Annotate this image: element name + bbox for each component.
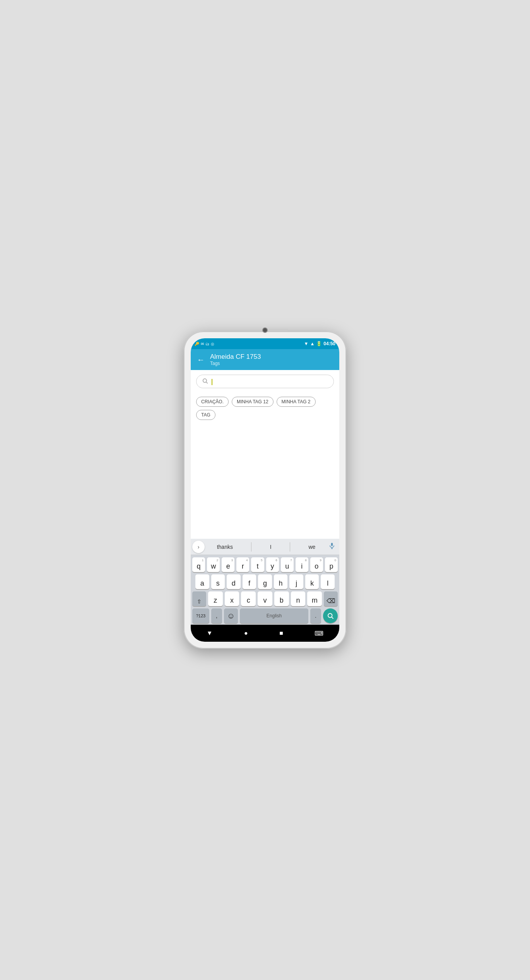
tag-chip-minha-tag-2[interactable]: MINHA TAG 2	[277, 397, 316, 407]
nav-back-button[interactable]: ▼	[199, 627, 221, 640]
key-r[interactable]: 4r	[236, 557, 249, 572]
emoji-key[interactable]: ☺	[224, 608, 238, 623]
nav-recents-button[interactable]: ■	[272, 627, 291, 640]
key-t[interactable]: 5t	[251, 557, 264, 572]
key-b[interactable]: b	[274, 591, 289, 606]
key-c[interactable]: c	[241, 591, 256, 606]
key-p[interactable]: 0p	[325, 557, 338, 572]
mic-button[interactable]	[326, 542, 338, 551]
battery-icon: 🔋	[316, 341, 322, 346]
key-a[interactable]: a	[195, 574, 209, 589]
suggestion-i[interactable]: I	[267, 542, 275, 552]
signal-icon: ▲	[310, 341, 315, 346]
key-w[interactable]: 2w	[207, 557, 220, 572]
nav-keyboard-button[interactable]: ⌨	[307, 627, 331, 640]
numbers-key[interactable]: ?123	[192, 608, 209, 623]
key-e[interactable]: 3e	[222, 557, 234, 572]
main-content: CRIAÇÃO. MINHA TAG 12 MINHA TAG 2 TAG	[191, 370, 339, 539]
key-i[interactable]: 8i	[296, 557, 308, 572]
app-bar-title: Almeida CF 1753	[210, 353, 261, 361]
svg-point-0	[203, 379, 207, 382]
svg-point-5	[328, 613, 332, 618]
suggestion-expand-button[interactable]: ›	[192, 541, 205, 553]
back-button[interactable]: ←	[197, 355, 205, 364]
tag-chip-tag[interactable]: TAG	[196, 410, 215, 420]
backspace-key[interactable]: ⌫	[324, 591, 338, 606]
key-u[interactable]: 7u	[281, 557, 294, 572]
wifi-icon: ▼	[304, 341, 309, 346]
tags-area: CRIAÇÃO. MINHA TAG 12 MINHA TAG 2 TAG	[191, 391, 339, 539]
phone-camera	[262, 327, 268, 333]
tag-chip-criacao[interactable]: CRIAÇÃO.	[196, 397, 229, 407]
key-y[interactable]: 6y	[266, 557, 279, 572]
suggestion-thanks[interactable]: thanks	[214, 542, 236, 552]
svg-line-6	[332, 617, 333, 618]
bottom-nav: ▼ ● ■ ⌨	[191, 625, 339, 642]
key-f[interactable]: f	[243, 574, 256, 589]
search-key[interactable]	[323, 608, 338, 623]
nav-home-button[interactable]: ●	[236, 627, 256, 640]
suggestion-divider-1	[251, 542, 251, 552]
keyboard-rows: 1q 2w 3e 4r 5t 6y 7u 8i 9o 0p a s d f	[191, 555, 339, 625]
key-d[interactable]: d	[227, 574, 241, 589]
svg-rect-2	[331, 543, 333, 546]
key-s[interactable]: s	[211, 574, 225, 589]
tag-chip-minha-tag-12[interactable]: MINHA TAG 12	[232, 397, 274, 407]
phone-screen: 🔑 ✉ 🗂 ◎ ▼ ▲ 🔋 04:50 ← Almeida CF 1753 Ta…	[191, 338, 339, 642]
key-m[interactable]: m	[307, 591, 322, 606]
suggestion-we[interactable]: we	[305, 542, 318, 552]
key-l[interactable]: l	[321, 574, 335, 589]
key-row-1: 1q 2w 3e 4r 5t 6y 7u 8i 9o 0p	[192, 557, 338, 572]
key-status-icon: 🔑	[195, 342, 199, 346]
key-g[interactable]: g	[258, 574, 272, 589]
gmail-status-icon: ✉	[201, 342, 204, 346]
svg-line-1	[206, 382, 208, 384]
suggestions-bar: › thanks I we	[191, 539, 339, 555]
key-v[interactable]: v	[258, 591, 272, 606]
key-row-3: ⇧ z x c v b n m ⌫	[192, 591, 338, 606]
key-row-2: a s d f g h j k l	[192, 574, 338, 589]
status-time: 04:50	[323, 341, 335, 346]
search-bar[interactable]	[196, 375, 334, 388]
status-left-icons: 🔑 ✉ 🗂 ◎	[195, 342, 214, 346]
shift-key[interactable]: ⇧	[192, 591, 206, 606]
key-j[interactable]: j	[289, 574, 303, 589]
app-bar-title-wrap: Almeida CF 1753 Tags	[210, 353, 261, 366]
suggestion-divider-2	[290, 542, 290, 552]
phone-frame: 🔑 ✉ 🗂 ◎ ▼ ▲ 🔋 04:50 ← Almeida CF 1753 Ta…	[184, 331, 346, 649]
app-bar: ← Almeida CF 1753 Tags	[191, 349, 339, 370]
search-container	[191, 370, 339, 391]
search-cursor	[212, 379, 212, 385]
sync-status-icon: ◎	[211, 342, 214, 346]
wallet-status-icon: 🗂	[205, 342, 209, 346]
key-z[interactable]: z	[208, 591, 223, 606]
status-right-icons: ▼ ▲ 🔋 04:50	[304, 341, 335, 346]
comma-key[interactable]: ,	[211, 608, 222, 623]
keyboard-area: › thanks I we	[191, 539, 339, 625]
key-o[interactable]: 9o	[310, 557, 323, 572]
status-bar: 🔑 ✉ 🗂 ◎ ▼ ▲ 🔋 04:50	[191, 338, 339, 349]
suggestions-list: thanks I we	[206, 542, 326, 552]
search-input[interactable]	[211, 378, 328, 385]
key-h[interactable]: h	[274, 574, 288, 589]
key-row-4: ?123 , ☺ English .	[192, 608, 338, 623]
key-k[interactable]: k	[305, 574, 319, 589]
key-q[interactable]: 1q	[192, 557, 205, 572]
app-bar-subtitle: Tags	[210, 361, 261, 366]
search-icon	[202, 378, 208, 385]
key-n[interactable]: n	[291, 591, 306, 606]
phone-speaker	[269, 329, 288, 331]
tags-row: CRIAÇÃO. MINHA TAG 12 MINHA TAG 2 TAG	[196, 397, 334, 420]
period-key[interactable]: .	[310, 608, 321, 623]
space-key[interactable]: English	[240, 608, 308, 623]
key-x[interactable]: x	[225, 591, 239, 606]
